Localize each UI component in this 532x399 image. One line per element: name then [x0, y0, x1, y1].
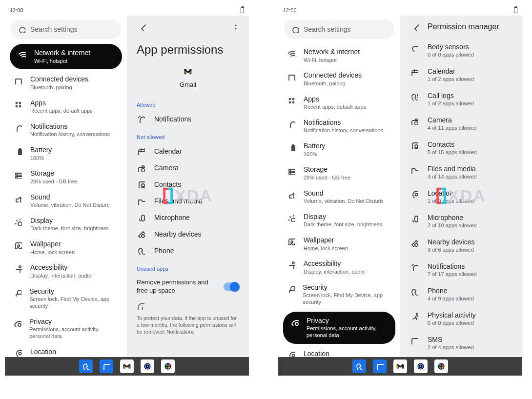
sidebar-item-title: Wallpaper	[304, 236, 348, 245]
accessibility-icon	[287, 259, 296, 269]
sidebar-item-apps[interactable]: Apps Recent apps, default apps	[5, 95, 127, 119]
task-chrome-icon[interactable]	[414, 359, 428, 373]
pm-row-nearby-devices[interactable]: Nearby devices 3 of 6 apps allowed	[400, 233, 522, 258]
sidebar-item-title: Network & internet	[304, 48, 360, 57]
devices-icon	[14, 75, 22, 84]
sidebar-item-sound[interactable]: Sound Volume, vibration, Do Not Disturb	[5, 189, 127, 213]
permission-nearby-devices[interactable]: Nearby devices	[127, 226, 249, 242]
permission-notifications[interactable]: Notifications	[127, 111, 249, 127]
sidebar-item-battery[interactable]: Battery 100%	[278, 138, 400, 161]
permission-calendar[interactable]: Calendar	[127, 143, 249, 160]
sidebar-item-privacy[interactable]: Privacy Permissions, account activity, p…	[283, 312, 395, 344]
pm-title: Notifications	[428, 262, 477, 270]
pm-title: Files and media	[428, 165, 477, 173]
pm-row-files-and-media[interactable]: Files and media 3 of 14 apps allowed	[400, 160, 522, 184]
section-unused: Unused apps	[127, 259, 249, 275]
sidebar-item-notifications[interactable]: Notifications Notification history, conv…	[5, 119, 127, 142]
pm-row-sms[interactable]: SMS 2 of 4 apps allowed	[400, 331, 522, 355]
pm-row-notifications[interactable]: Notifications 7 of 17 apps allowed	[400, 258, 522, 282]
search-input[interactable]: Search settings	[11, 20, 121, 39]
pm-row-calendar[interactable]: Calendar 1 of 2 apps allowed	[400, 62, 522, 87]
sidebar-item-subtitle: Recent apps, default apps	[30, 108, 93, 115]
pm-title: Camera	[428, 116, 477, 124]
pm-row-microphone[interactable]: Microphone 2 of 10 apps allowed	[400, 209, 522, 233]
more-button[interactable]	[225, 19, 242, 35]
sidebar-item-title: Network & internet	[34, 49, 90, 58]
sidebar-item-display[interactable]: Display Dark theme, font size, brightnes…	[5, 213, 127, 236]
task-gmail-icon[interactable]	[120, 359, 134, 373]
sidebar-item-subtitle: Dark theme, font size, brightness	[304, 221, 382, 228]
pm-row-physical-activity[interactable]: Physical activity 0 of 0 apps allowed	[400, 306, 522, 331]
pm-row-phone[interactable]: Phone 4 of 9 apps allowed	[400, 282, 522, 306]
pm-title: Contacts	[428, 140, 477, 148]
sidebar-item-security[interactable]: Security Screen lock, Find My Device, ap…	[278, 279, 400, 310]
sidebar-item-notifications[interactable]: Notifications Notification history, conv…	[278, 115, 400, 138]
sidebar-item-wallpaper[interactable]: Wallpaper Home, lock screen	[278, 232, 400, 256]
battery-icon	[241, 7, 244, 13]
lock-icon	[287, 283, 295, 293]
section-not-allowed: Not allowed	[127, 127, 249, 143]
pm-row-camera[interactable]: Camera 4 of 11 apps allowed	[400, 111, 522, 136]
sidebar-item-connected-devices[interactable]: Connected devices Bluetooth, pairing	[5, 71, 127, 95]
task-messages-icon[interactable]	[373, 359, 387, 373]
sidebar-item-storage[interactable]: Storage 29% used · GB free	[5, 165, 127, 189]
sidebar-item-wallpaper[interactable]: Wallpaper Home, lock screen	[5, 236, 127, 259]
sidebar-item-security[interactable]: Security Screen lock, Find My Device, ap…	[5, 283, 127, 314]
back-button[interactable]	[134, 19, 150, 35]
sidebar-item-title: Battery	[30, 146, 52, 155]
pm-row-call-logs[interactable]: Call logs 1 of 2 apps allowed	[400, 87, 522, 111]
sidebar-item-connected-devices[interactable]: Connected devices Bluetooth, pairing	[278, 67, 400, 91]
task-chrome-icon[interactable]	[141, 359, 154, 373]
sidebar-item-battery[interactable]: Battery 100%	[5, 142, 127, 165]
sidebar-item-accessibility[interactable]: Accessibility Display, interaction, audi…	[5, 259, 127, 283]
settings-sidebar: Search settings Network & internet Wi-Fi…	[278, 16, 400, 376]
permission-label: Nearby devices	[154, 230, 202, 238]
sidebar-item-display[interactable]: Display Dark theme, font size, brightnes…	[278, 209, 400, 232]
sidebar-item-title: Display	[30, 217, 109, 225]
pm-subtitle: 3 of 14 apps allowed	[428, 174, 477, 180]
pm-row-contacts[interactable]: Contacts 5 of 15 apps allowed	[400, 136, 522, 160]
sidebar-item-title: Storage	[304, 165, 350, 174]
permission-files-and-media[interactable]: Files and media	[127, 193, 249, 209]
task-phone-icon[interactable]	[79, 359, 93, 373]
task-photos-icon[interactable]	[434, 359, 448, 373]
sidebar-item-accessibility[interactable]: Accessibility Display, interaction, audi…	[278, 256, 400, 279]
sidebar-item-title: Battery	[304, 142, 325, 151]
location-icon	[14, 348, 22, 357]
folder-icon	[410, 165, 419, 174]
camera-icon	[137, 164, 145, 172]
search-input[interactable]: Search settings	[284, 20, 394, 39]
bell-icon	[287, 119, 296, 128]
task-gmail-icon[interactable]	[393, 359, 407, 373]
permission-microphone[interactable]: Microphone	[127, 209, 249, 226]
heart-icon	[410, 43, 419, 52]
remove-permissions-toggle[interactable]: Remove permissions and free up space	[127, 275, 249, 297]
sidebar-item-apps[interactable]: Apps Recent apps, default apps	[278, 91, 400, 115]
permission-camera[interactable]: Camera	[127, 160, 249, 176]
camera-icon	[410, 116, 419, 125]
task-photos-icon[interactable]	[161, 359, 175, 373]
permission-phone[interactable]: Phone	[127, 242, 249, 259]
switch-on[interactable]	[224, 282, 239, 291]
pm-title: Phone	[428, 287, 474, 295]
sidebar-item-title: Wallpaper	[30, 240, 75, 249]
pm-row-location[interactable]: Location 1 of 9 apps allowed	[400, 184, 522, 209]
status-bar: 12:00	[5, 5, 249, 16]
sidebar-item-storage[interactable]: Storage 29% used · GB free	[278, 161, 400, 185]
sidebar-item-title: Sound	[304, 189, 383, 198]
sidebar-item-subtitle: 100%	[30, 155, 52, 162]
task-phone-icon[interactable]	[352, 359, 366, 373]
sidebar-item-network-internet[interactable]: Network & internet Wi-Fi, hotspot	[10, 44, 122, 69]
sidebar-item-subtitle: Screen lock, Find My Device, app securit…	[303, 292, 392, 306]
location-icon	[410, 189, 419, 198]
pm-title: SMS	[428, 336, 474, 343]
back-button[interactable]	[407, 19, 424, 35]
sidebar-item-privacy[interactable]: Privacy Permissions, account activity, p…	[5, 314, 127, 344]
sidebar-item-sound[interactable]: Sound Volume, vibration, Do Not Disturb	[278, 185, 400, 209]
task-messages-icon[interactable]	[100, 359, 113, 373]
mic-icon	[410, 214, 419, 222]
permission-contacts[interactable]: Contacts	[127, 176, 249, 193]
pm-row-body-sensors[interactable]: Body sensors 0 of 0 apps allowed	[400, 38, 522, 62]
search-icon	[291, 25, 299, 33]
sidebar-item-network-internet[interactable]: Network & internet Wi-Fi, hotspot	[278, 44, 400, 67]
